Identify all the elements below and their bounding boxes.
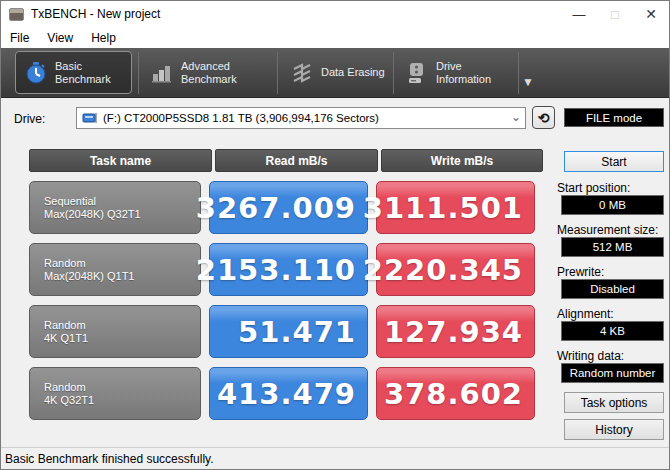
tab-data-erasing-label: Data Erasing [321, 66, 385, 79]
task-button[interactable]: Random Max(2048K) Q1T1 [29, 243, 201, 296]
table-header-row: Task name Read mB/s Write mB/s [29, 149, 543, 172]
task-button[interactable]: Random 4K Q1T1 [29, 305, 201, 358]
disk-icon [82, 112, 98, 125]
app-icon [9, 8, 24, 21]
tab-advanced-benchmark-label: AdvancedBenchmark [181, 60, 237, 86]
task-options-button[interactable]: Task options [564, 392, 664, 413]
read-value: 3267.009 [209, 181, 368, 234]
tab-data-erasing[interactable]: Data Erasing [282, 51, 392, 94]
alignment-value[interactable]: 4 KB [561, 321, 664, 341]
writing-data-value[interactable]: Random number [561, 363, 664, 383]
prewrite-label: Prewrite: [557, 265, 604, 279]
read-value: 2153.110 [209, 243, 368, 296]
history-button[interactable]: History [564, 419, 664, 440]
table-row: Random Max(2048K) Q1T1 2153.110 2220.345 [29, 243, 543, 296]
menu-bar: File View Help [1, 27, 669, 48]
tab-advanced-benchmark[interactable]: AdvancedBenchmark [142, 51, 272, 94]
measurement-size-value[interactable]: 512 MB [561, 237, 664, 257]
txbench-window: TxBENCH - New project — □ ✕ File View He… [0, 0, 670, 470]
window-title: TxBENCH - New project [31, 7, 160, 21]
toolbar-separator [518, 52, 519, 94]
start-button[interactable]: Start [564, 151, 664, 172]
bar-chart-icon [151, 63, 173, 83]
read-value: 413.479 [209, 367, 368, 420]
benchmark-panel: Task name Read mB/s Write mB/s Sequentia… [29, 149, 543, 440]
start-position-value[interactable]: 0 MB [561, 195, 664, 215]
toolbar-separator [138, 52, 139, 94]
tab-basic-benchmark-label: BasicBenchmark [55, 60, 111, 86]
status-bar: Basic Benchmark finished successfully. [1, 447, 669, 469]
drive-select-value: (F:) CT2000P5SSD8 1.81 TB (3,906,994,176… [103, 112, 379, 124]
toolbar-separator [277, 52, 278, 94]
prewrite-value[interactable]: Disabled [561, 279, 664, 299]
header-read: Read mB/s [215, 149, 378, 172]
minimize-icon[interactable]: — [561, 1, 597, 27]
erase-waves-icon [291, 63, 313, 83]
toolbar: BasicBenchmark AdvancedBenchmark [1, 48, 669, 98]
drive-select[interactable]: (F:) CT2000P5SSD8 1.81 TB (3,906,994,176… [76, 107, 526, 129]
write-value: 378.602 [376, 367, 535, 420]
toolbar-separator [393, 52, 394, 94]
drive-label: Drive: [14, 112, 45, 126]
write-value: 3111.501 [376, 181, 535, 234]
maximize-icon: □ [597, 1, 633, 27]
menu-help[interactable]: Help [82, 31, 125, 45]
toolbar-overflow-icon[interactable]: ▼ [522, 75, 534, 89]
measurement-size-label: Measurement size: [557, 223, 658, 237]
menu-file[interactable]: File [1, 31, 38, 45]
tab-drive-information[interactable]: DriveInformation [397, 51, 515, 94]
write-value: 127.934 [376, 305, 535, 358]
alignment-label: Alignment: [557, 307, 614, 321]
stopwatch-icon [25, 61, 47, 85]
write-value: 2220.345 [376, 243, 535, 296]
title-bar: TxBENCH - New project — □ ✕ [1, 1, 669, 27]
menu-view[interactable]: View [38, 31, 82, 45]
file-mode-badge: FILE mode [564, 108, 664, 127]
start-position-label: Start position: [557, 181, 630, 195]
table-row: Random 4K Q32T1 413.479 378.602 [29, 367, 543, 420]
tab-drive-information-label: DriveInformation [436, 60, 491, 86]
refresh-icon: ⟲ [538, 110, 550, 126]
task-button[interactable]: Sequential Max(2048K) Q32T1 [29, 181, 201, 234]
read-value: 51.471 [209, 305, 368, 358]
status-text: Basic Benchmark finished successfully. [5, 452, 214, 466]
table-row: Sequential Max(2048K) Q32T1 3267.009 311… [29, 181, 543, 234]
chevron-down-icon: ⌄ [511, 110, 521, 124]
header-task-name: Task name [29, 149, 212, 172]
table-row: Random 4K Q1T1 51.471 127.934 [29, 305, 543, 358]
header-write: Write mB/s [381, 149, 543, 172]
refresh-drives-button[interactable]: ⟲ [532, 106, 555, 129]
writing-data-label: Writing data: [557, 349, 624, 363]
close-icon[interactable]: ✕ [633, 1, 669, 27]
drive-icon [406, 62, 428, 84]
tab-basic-benchmark[interactable]: BasicBenchmark [15, 51, 132, 94]
task-button[interactable]: Random 4K Q32T1 [29, 367, 201, 420]
